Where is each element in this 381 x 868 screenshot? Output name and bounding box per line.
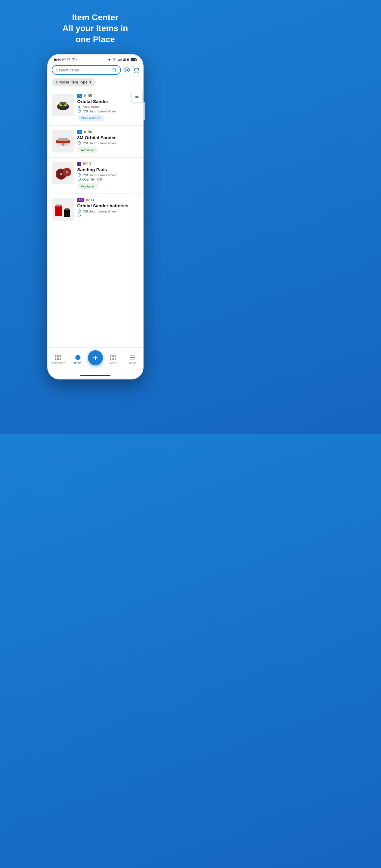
list-item[interactable]: A #195 Orbital Sander Zack Moore 728 Sou… [48, 90, 143, 126]
status-badge: Available [77, 183, 98, 189]
item-extra [77, 214, 139, 217]
svg-point-41 [78, 175, 79, 176]
list-item[interactable]: AS #233 Orbital Sander batteries 728 Sou… [48, 194, 143, 225]
scan-icon [109, 354, 116, 361]
signal-icon [118, 58, 122, 61]
svg-rect-49 [58, 355, 60, 356]
item-info: A #196 3M Orbital Sander 728 South Lower… [77, 130, 139, 153]
svg-rect-46 [56, 207, 61, 207]
svg-rect-43 [56, 204, 61, 206]
battery-text: 81% [123, 58, 129, 61]
search-input[interactable] [56, 68, 111, 72]
plus-icon [92, 354, 99, 361]
status-badge: Checked Out [77, 115, 104, 121]
nav-more[interactable]: More [123, 354, 143, 365]
eye-icon[interactable] [124, 67, 130, 73]
photo-icon [67, 58, 70, 61]
nav-items-label: Items [74, 361, 81, 365]
item-image [52, 130, 74, 153]
search-box[interactable] [52, 65, 121, 75]
svg-marker-1 [64, 59, 64, 60]
phone-frame: 9:44 • 81% [47, 54, 144, 379]
status-bar: 9:44 • 81% [48, 55, 143, 63]
item-name: Orbital Sander batteries [77, 203, 139, 208]
assignee-name: Zack Moore [82, 105, 100, 109]
item-number: #195 [84, 94, 92, 98]
type-badge: A [77, 94, 82, 98]
svg-rect-28 [60, 102, 66, 104]
svg-point-15 [113, 68, 116, 71]
home-indicator [48, 374, 143, 378]
nav-items[interactable]: Items [68, 354, 88, 365]
hero-line1: Item Center [72, 13, 118, 22]
svg-point-0 [62, 58, 65, 61]
phone-screen: 9:44 • 81% [48, 55, 143, 378]
item-number: #213 [83, 162, 91, 166]
nav-icon [62, 58, 66, 61]
svg-rect-14 [131, 59, 135, 61]
item-info: AS #233 Orbital Sander batteries 728 Sou… [77, 198, 139, 218]
dashboard-icon [55, 354, 61, 361]
type-badge: A [77, 130, 82, 134]
svg-point-47 [78, 211, 79, 212]
nav-scan[interactable]: Scan [103, 354, 123, 365]
item-number: #196 [84, 130, 92, 134]
box-icon [77, 214, 81, 217]
badge-row: A #196 [77, 130, 139, 134]
item-info: I #213 Sanding Pads 728 South Lower Rive… [77, 162, 139, 189]
add-button[interactable] [88, 350, 103, 365]
item-info: A #195 Orbital Sander Zack Moore 728 Sou… [77, 94, 139, 121]
svg-rect-51 [58, 358, 60, 360]
chevron-down-icon: ▾ [90, 80, 92, 84]
mail-icon [72, 58, 75, 61]
svg-point-30 [78, 111, 79, 112]
cart-icon[interactable] [132, 67, 139, 73]
item-name: Orbital Sander [77, 99, 139, 104]
svg-rect-55 [113, 355, 115, 356]
time: 9:44 [54, 58, 61, 61]
item-image [52, 94, 74, 116]
badge-row: I #213 [77, 162, 139, 166]
status-badge: Available [77, 147, 98, 153]
nav-dashboard[interactable]: Dashboard [48, 354, 68, 365]
location-text: 728 South Lower River [82, 110, 116, 113]
svg-rect-13 [136, 59, 137, 61]
list-item[interactable]: A #196 3M Orbital Sander 728 South Lower… [48, 126, 143, 158]
svg-point-19 [138, 72, 138, 73]
mute-icon [107, 58, 111, 61]
items-icon [75, 354, 81, 361]
svg-rect-11 [121, 58, 122, 61]
item-location: 728 South Lower River [77, 110, 139, 113]
item-image [52, 162, 74, 184]
bottom-nav: Dashboard Items Scan More [48, 347, 143, 374]
svg-rect-33 [58, 138, 68, 141]
location-icon [77, 141, 81, 145]
svg-point-18 [135, 72, 135, 73]
nav-dashboard-label: Dashboard [50, 361, 65, 365]
filter-fab-button[interactable] [131, 92, 143, 103]
svg-point-7 [114, 61, 115, 61]
svg-point-3 [68, 59, 68, 60]
hero-line2: All your Items in [63, 24, 128, 33]
svg-rect-56 [110, 358, 112, 360]
svg-point-17 [126, 69, 128, 71]
dot-indicator: • [76, 58, 78, 61]
item-number: #233 [86, 198, 94, 202]
box-icon [77, 178, 81, 181]
item-location: 728 South Lower River [77, 141, 139, 145]
svg-rect-50 [56, 358, 57, 360]
hero-line3: one Place [75, 35, 115, 44]
svg-rect-9 [119, 59, 120, 61]
nav-scan-label: Scan [109, 361, 116, 365]
filter-bar: Choose Item Type ▾ [48, 78, 143, 90]
svg-rect-10 [120, 59, 121, 61]
list-item[interactable]: I #213 Sanding Pads 728 South Lower Rive… [48, 158, 143, 194]
item-type-dropdown[interactable]: Choose Item Type ▾ [52, 78, 96, 87]
status-left: 9:44 • [54, 58, 78, 61]
svg-point-34 [61, 143, 64, 146]
quantity-text: Quantity: 750 [82, 178, 102, 181]
more-icon [129, 354, 136, 361]
item-name: 3M Orbital Sander [77, 135, 139, 140]
app-bar [48, 63, 143, 78]
svg-rect-45 [65, 208, 69, 210]
